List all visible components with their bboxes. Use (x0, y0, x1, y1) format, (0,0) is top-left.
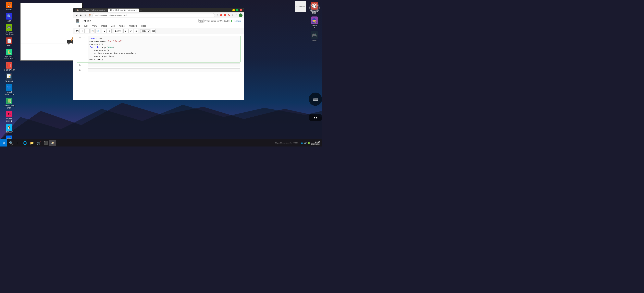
home-button[interactable]: 🏠 (88, 14, 92, 17)
right-icon-steam[interactable]: 🎮 Steam (307, 30, 322, 42)
toolbar-paste-btn[interactable]: 📄 (95, 29, 100, 33)
taskbar-jupyter[interactable]: 🪐 (50, 140, 56, 146)
cell-2-body[interactable] (88, 64, 240, 67)
star-button[interactable]: ☆ (216, 14, 219, 17)
jupyter-toolbar: 💾 + ✂ 📋 📄 ▲ ▼ ▶ 运行 ■ ↺ ⏭ 代码 ⌨ (74, 28, 244, 34)
logout-button[interactable]: Logout (234, 20, 241, 22)
toolbar-add-btn[interactable]: + (80, 29, 84, 33)
taskbar-explorer[interactable]: 📁 (29, 140, 35, 146)
screenshot-thumbnail[interactable]: 2009.06732 (295, 1, 306, 12)
taskbar-url: https://blog.csdn.net/qq_44656... (276, 142, 300, 144)
toolbar-keyboard-btn[interactable]: ⌨ (151, 29, 156, 33)
menu-edit[interactable]: Edit (84, 24, 89, 28)
toolbar-divider-2 (112, 29, 113, 33)
refresh-button[interactable]: ↻ (84, 14, 87, 17)
cell-3-label: In [ ]: (77, 68, 88, 72)
toolbar-restart-run-btn[interactable]: ⏭ (134, 29, 138, 33)
browser-close-btn[interactable]: ✕ (240, 9, 242, 12)
download-button[interactable]: ⬇ (231, 14, 234, 17)
arrow-widget[interactable]: ◀ ▶ (309, 114, 322, 121)
run-icon: ▶ (115, 30, 117, 32)
cartpole-svg (20, 3, 82, 61)
forward-button[interactable]: ▶ (79, 14, 83, 17)
sidebar-item-texstudio[interactable]: 📝 texstudio (2, 72, 16, 83)
sidebar-item-vscode[interactable]: 💙 VisualStudio Code (2, 83, 16, 96)
firefox-label: Firefox (6, 9, 12, 11)
menu-kernel[interactable]: Kernel (118, 24, 126, 28)
toolbar-restart-btn[interactable]: ↺ (128, 29, 133, 33)
menu-view[interactable]: View (92, 24, 98, 28)
jupyter-notebook-name[interactable]: Untitled (82, 19, 91, 23)
code-line-8: env.close() (90, 58, 239, 61)
keyboard-widget[interactable]: ⌨ (309, 93, 322, 106)
code-line-4: for _ in range(1000): (90, 46, 239, 49)
volume-icon: 🔊 (304, 142, 307, 144)
qq-label: 腾讯会议 (6, 131, 13, 133)
left-sidebar: 🦊 Firefox 🔍 百度 🎮 GeForceExperience 📄 WPS… (1, 0, 17, 147)
menu-file[interactable]: File (76, 24, 81, 28)
menu-cell[interactable]: Cell (110, 24, 116, 28)
toolbar-save-btn[interactable]: 💾 (75, 29, 80, 33)
browser-maximize-btn[interactable]: □ (236, 9, 238, 12)
taskbar-edge[interactable]: 🌐 (22, 140, 28, 146)
toolbar-move-up-btn[interactable]: ▲ (102, 29, 106, 33)
toolbar-run-btn[interactable]: ▶ 运行 (114, 29, 123, 33)
taskbar-store[interactable]: 🛒 (36, 140, 42, 146)
xinjin-pdf-icon: 📕 (6, 62, 12, 69)
code-line-7: env.step(action) (90, 55, 239, 58)
right-icon-witch-it[interactable]: 🧙 WitchIt (307, 16, 322, 30)
code-close-paren: ) (122, 40, 124, 43)
sidebar-item-wps[interactable]: 📄 WPS (2, 37, 16, 47)
address-bar[interactable]: localhost:8888/notebooks/Untitled.ipynb (92, 13, 215, 17)
code-env-reset: env.reset() (90, 43, 103, 46)
sidebar-item-baidu[interactable]: 🔍 百度 (2, 12, 16, 23)
cell-1-body[interactable]: import gym env =gym.make('CartPole-v0') … (88, 36, 240, 62)
code-action-sample: action = env.action_space.sample() (90, 53, 136, 55)
menu-help[interactable]: Help (140, 24, 147, 28)
clock-date: 2020/10/20 (311, 143, 320, 145)
browser-minimize-btn[interactable]: — (232, 9, 235, 12)
menu-widgets[interactable]: Widgets (128, 24, 138, 28)
toolbar-stop-btn[interactable]: ■ (124, 29, 128, 33)
start-icon: ⊞ (2, 141, 5, 145)
taskbar-task-view[interactable]: ⊟ (15, 140, 21, 146)
taskbar-cmd[interactable]: ⬛ (42, 140, 49, 146)
toolbar-cut-btn[interactable]: ✂ (85, 29, 90, 33)
sidebar-item-geforce[interactable]: 🎮 GeForceExperience (2, 24, 16, 37)
sidebar-item-qq[interactable]: 🐧 腾讯会议 (2, 124, 16, 134)
start-button[interactable]: ⊞ (0, 139, 7, 147)
xinjin-pdf-label: 新金PDF压缩 (4, 69, 15, 71)
code-env-step: env.step(action) (90, 56, 114, 58)
sidebar-item-vivado[interactable]: ⚙ Vivado2020.1 (2, 110, 16, 123)
xinpdf-big-icon: 📗 (6, 98, 12, 104)
settings-button[interactable]: ⋮ (235, 14, 238, 17)
taskbar-search[interactable]: 🔍 (8, 140, 14, 146)
sidebar-item-firefox[interactable]: 🦊 Firefox (2, 1, 16, 12)
back-button[interactable]: ◀ (74, 14, 78, 17)
cell-3-body[interactable] (88, 68, 240, 72)
keyword-in: in (97, 46, 99, 49)
toolbar-move-down-btn[interactable]: ▼ (107, 29, 112, 33)
code-range: range( (100, 46, 108, 49)
sidebar-item-xinjin-pdf[interactable]: 📕 新金PDF压缩 (2, 61, 16, 72)
bookmark-button[interactable]: 🔖 (227, 14, 230, 17)
clock-circle (310, 3, 320, 13)
toolbar-copy-btn[interactable]: 📋 (90, 29, 95, 33)
tab-jupyter-close[interactable]: ✕ (136, 9, 137, 11)
tab-jupyter[interactable]: 📓 Untitled - Jupyter Notebook ✕ (108, 9, 139, 12)
cell-type-selector[interactable]: 代码 (140, 29, 150, 33)
tab-home[interactable]: 🏠 Home Page - Select or create a ... ✕ (75, 9, 108, 12)
sidebar-item-pycharm[interactable]: 🐍 PyCharm2020.2.1 x64 (2, 48, 16, 61)
address-text: localhost:8888/notebooks/Untitled.ipynb (95, 14, 127, 16)
desktop: 🦊 Firefox 🔍 百度 🎮 GeForceExperience 📄 WPS… (0, 0, 322, 147)
steam-label: Steam (312, 39, 317, 41)
user-avatar[interactable] (239, 14, 242, 17)
witch-it-label: WitchIt (312, 25, 317, 29)
sidebar-item-xinpdf-big[interactable]: 📗 新金PDF压缩大师 (2, 97, 16, 110)
menu-insert[interactable]: Insert (100, 24, 108, 28)
run-label: 运行 (117, 30, 121, 32)
steam-icon: 🎮 (310, 31, 318, 39)
wps-icon: 📄 (6, 38, 12, 44)
new-tab-button[interactable]: + (139, 9, 142, 12)
code-cell-3: In [ ]: (77, 68, 240, 72)
